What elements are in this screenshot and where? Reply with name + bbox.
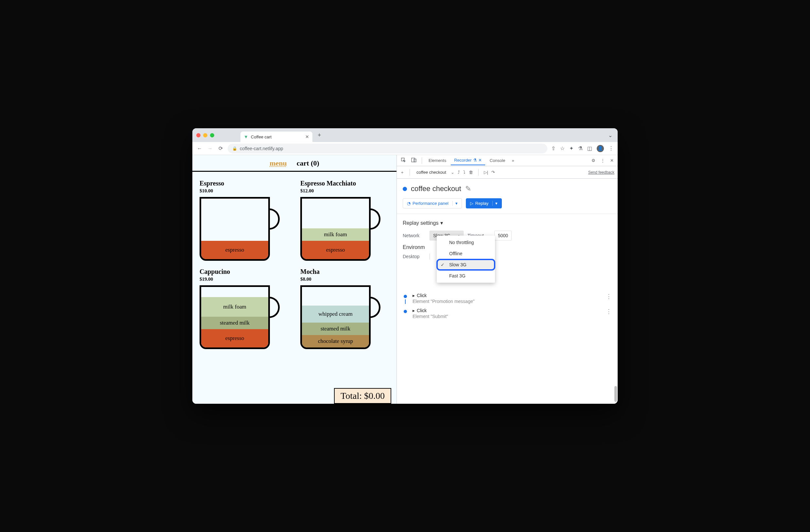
product-name: Espresso (199, 180, 289, 187)
option-no-throttling[interactable]: No throttling (437, 237, 495, 248)
step-item[interactable]: ▸Click Element "Submit" ⋮ (403, 306, 612, 321)
send-feedback-link[interactable]: Send feedback (588, 170, 614, 175)
product-espresso[interactable]: Espresso $10.00 espresso (199, 180, 289, 261)
labs-icon[interactable]: ⚗ (578, 145, 583, 152)
network-label: Network (403, 233, 426, 238)
new-recording-icon[interactable]: ＋ (400, 170, 404, 175)
product-price: $19.00 (199, 276, 289, 282)
layer-milkfoam: milk foam (302, 228, 369, 241)
replay-settings-heading[interactable]: Replay settings ▾ (403, 220, 612, 226)
tab-console[interactable]: Console (486, 156, 509, 165)
product-mocha[interactable]: Mocha $8.00 whipped cream steamed milk c… (300, 268, 389, 349)
expand-icon[interactable]: ▸ (412, 308, 415, 313)
browser-toolbar: ← → ⟳ 🔒 coffee-cart.netlify.app ⇧ ☆ ✦ ⚗ … (192, 142, 618, 155)
toolbar-icons: ⇧ ☆ ✦ ⚗ ◫ 👤 ⋮ (551, 145, 614, 152)
layer-milkfoam: milk foam (201, 297, 268, 317)
profile-avatar[interactable]: 👤 (597, 145, 604, 152)
delete-icon[interactable]: 🗑 (469, 170, 473, 175)
option-fast-3g[interactable]: Fast 3G (437, 270, 495, 281)
product-grid: Espresso $10.00 espresso Espresso Macchi… (192, 172, 396, 352)
step-item[interactable]: ▸Click Element "Promotion message" ⋮ (403, 291, 612, 306)
scrollbar-thumb[interactable] (614, 386, 617, 402)
expand-icon[interactable]: ▸ (412, 293, 415, 298)
chevron-down-icon[interactable]: ▾ (452, 201, 458, 206)
product-name: Cappucino (199, 268, 289, 275)
tab-recorder[interactable]: Recorder ⚗ ✕ (451, 156, 485, 165)
environment-heading: Environm (403, 244, 612, 250)
reload-button[interactable]: ⟳ (217, 145, 224, 151)
layer-steamed-milk: steamed milk (302, 323, 369, 335)
option-offline[interactable]: Offline (437, 248, 495, 259)
option-slow-3g[interactable]: ✓ Slow 3G (437, 259, 495, 270)
close-devtools-icon[interactable]: ✕ (608, 157, 616, 164)
settings-icon[interactable]: ⚙ (589, 157, 597, 164)
more-tabs-icon[interactable]: » (510, 157, 516, 164)
layer-espresso: espresso (302, 241, 369, 259)
cart-total[interactable]: Total: $0.00 (334, 388, 391, 404)
new-tab-button[interactable]: + (318, 132, 321, 139)
device-icon[interactable] (409, 156, 418, 165)
inspect-icon[interactable] (399, 156, 408, 165)
chrome-menu-icon[interactable]: ⋮ (609, 145, 614, 152)
browser-tabbar: ▼ Coffee cart ✕ + ⌄ (192, 128, 618, 142)
tab-elements[interactable]: Elements (425, 156, 450, 165)
devtools-panel: Elements Recorder ⚗ ✕ Console » ⚙ ⋮ ✕ ＋ … (396, 155, 618, 404)
flask-icon: ⚗ (473, 158, 477, 163)
export-icon[interactable]: ⤴ (458, 170, 460, 175)
site-nav: menu cart (0) (192, 155, 396, 172)
import-icon[interactable]: ⤵ (463, 170, 466, 175)
kebab-icon[interactable]: ⋮ (599, 157, 607, 164)
timeout-input[interactable]: 5000 (494, 231, 512, 241)
maximize-window[interactable] (210, 133, 214, 138)
chevron-down-icon: ▾ (440, 220, 443, 226)
bookmark-icon[interactable]: ☆ (560, 145, 565, 152)
page-content: menu cart (0) Espresso $10.00 espresso (192, 155, 396, 404)
product-price: $10.00 (199, 188, 289, 194)
tab-title: Coffee cart (251, 134, 272, 139)
layer-espresso: espresso (201, 329, 268, 348)
product-price: $8.00 (300, 276, 389, 282)
close-window[interactable] (196, 133, 200, 138)
forward-button[interactable]: → (207, 146, 213, 151)
address-bar[interactable]: 🔒 coffee-cart.netlify.app (228, 144, 547, 154)
window-controls (196, 133, 214, 138)
nav-menu-link[interactable]: menu (270, 159, 287, 167)
product-price: $12.00 (300, 188, 389, 194)
chevron-down-icon[interactable]: ⌄ (451, 170, 454, 175)
play-icon: ▷ (470, 201, 473, 206)
layer-whipped-cream: whipped cream (302, 306, 369, 323)
browser-tab[interactable]: ▼ Coffee cart ✕ (241, 131, 312, 142)
nav-cart-link[interactable]: cart (0) (297, 159, 319, 167)
recorder-body: coffee checkout ✎ ◔ Performance panel ▾ … (397, 179, 618, 404)
devtools-tabbar: Elements Recorder ⚗ ✕ Console » ⚙ ⋮ ✕ (397, 155, 618, 166)
recorder-toolbar: ＋ coffee checkout ⌄ ⤴ ⤵ 🗑 ▷| ↷ Send feed… (397, 166, 618, 179)
lock-icon: 🔒 (232, 146, 237, 151)
cup-illustration: milk foam steamed milk espresso (199, 285, 280, 349)
product-cappucino[interactable]: Cappucino $19.00 milk foam steamed milk … (199, 268, 289, 349)
close-tab-icon[interactable]: ✕ (478, 158, 482, 163)
step-play-icon[interactable]: ▷| (484, 170, 488, 175)
step-list: ▸Click Element "Promotion message" ⋮ ▸Cl… (403, 291, 612, 321)
recording-title-row: coffee checkout ✎ (403, 184, 612, 193)
browser-window: ▼ Coffee cart ✕ + ⌄ ← → ⟳ 🔒 coffee-cart.… (192, 128, 618, 404)
step-menu-icon[interactable]: ⋮ (606, 293, 612, 304)
product-macchiato[interactable]: Espresso Macchiato $12.00 milk foam espr… (300, 180, 389, 261)
chevron-down-icon[interactable]: ▾ (492, 201, 498, 206)
sidepanel-icon[interactable]: ◫ (587, 145, 592, 152)
share-icon[interactable]: ⇧ (551, 145, 555, 152)
minimize-window[interactable] (203, 133, 207, 138)
step-menu-icon[interactable]: ⋮ (606, 308, 612, 319)
skip-icon[interactable]: ↷ (491, 170, 495, 175)
replay-button[interactable]: ▷ Replay ▾ (466, 198, 502, 208)
edit-title-icon[interactable]: ✎ (465, 184, 471, 193)
tab-list-button[interactable]: ⌄ (608, 132, 612, 139)
close-tab-icon[interactable]: ✕ (305, 134, 309, 139)
performance-panel-button[interactable]: ◔ Performance panel ▾ (403, 198, 462, 208)
desktop-label: Desktop (403, 254, 426, 259)
check-icon: ✓ (441, 262, 444, 267)
product-name: Espresso Macchiato (300, 180, 389, 187)
gauge-icon: ◔ (407, 201, 410, 206)
extensions-icon[interactable]: ✦ (569, 145, 573, 152)
back-button[interactable]: ← (196, 146, 203, 151)
recording-select[interactable]: coffee checkout (415, 170, 448, 175)
